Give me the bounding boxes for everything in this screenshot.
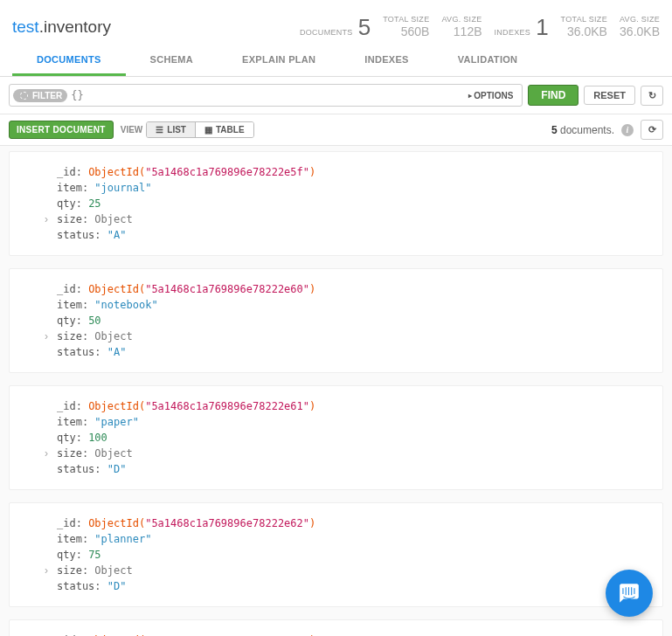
document-field: status: "A" — [57, 344, 650, 360]
history-icon: ↻ — [648, 90, 656, 100]
view-table-button[interactable]: ▦ TABLE — [195, 122, 253, 137]
document-field: item: "journal" — [57, 180, 650, 196]
header-stats: DOCUMENTS 5 TOTAL SIZE 560B AVG. SIZE 11… — [300, 16, 660, 38]
table-icon: ▦ — [204, 125, 212, 135]
filter-input-wrap: FILTER OPTIONS — [9, 84, 523, 107]
document-card[interactable]: _id: ObjectId("5a1468c1a769896e78222e60"… — [9, 268, 663, 373]
document-field: qty: 100 — [57, 430, 650, 446]
filter-bar: FILTER OPTIONS FIND RESET ↻ — [0, 77, 672, 114]
history-button[interactable]: ↻ — [641, 86, 663, 106]
document-list: _id: ObjectId("5a1468c1a769896e78222e5f"… — [0, 146, 672, 636]
document-field: qty: 25 — [57, 196, 650, 211]
tab-documents[interactable]: DOCUMENTS — [12, 45, 126, 76]
document-field: qty: 75 — [57, 547, 650, 563]
document-field: item: "planner" — [57, 531, 650, 547]
document-card[interactable]: _id: ObjectId("5a1468c1a769896e78222e5f"… — [9, 151, 663, 256]
document-card[interactable]: _id: ObjectId("5a1468c1a769896e78222e61"… — [9, 385, 663, 490]
tab-validation[interactable]: VALIDATION — [433, 45, 543, 76]
header: test.inventory DOCUMENTS 5 TOTAL SIZE 56… — [0, 0, 672, 45]
namespace: test.inventory — [12, 17, 111, 37]
document-field: qty: 50 — [57, 313, 650, 328]
document-field: _id: ObjectId("5a1468c1a769896e78222e60"… — [57, 281, 650, 297]
chat-icon — [618, 582, 641, 605]
view-list-button[interactable]: ☰ LIST — [147, 122, 195, 137]
stat-doc-total-size: TOTAL SIZE 560B — [383, 16, 429, 38]
tab-explain-plan[interactable]: EXPLAIN PLAN — [218, 45, 340, 76]
document-card[interactable]: _id: ObjectId("5a1468c1a769896e78222e63"… — [9, 619, 663, 636]
document-field: _id: ObjectId("5a1468c1a769896e78222e63"… — [57, 633, 650, 636]
tab-indexes[interactable]: INDEXES — [340, 45, 433, 76]
refresh-button[interactable]: ⟳ — [641, 120, 663, 140]
document-card[interactable]: _id: ObjectId("5a1468c1a769896e78222e62"… — [9, 502, 663, 607]
document-count: 5 documents. — [551, 124, 614, 136]
document-field: item: "notebook" — [57, 297, 650, 313]
toolbar-right: 5 documents. i ⟳ — [551, 120, 663, 140]
document-field: status: "D" — [57, 578, 650, 594]
document-field: size: Object — [57, 563, 650, 578]
stat-idx-total-size: TOTAL SIZE 36.0KB — [561, 16, 607, 38]
info-icon[interactable]: i — [621, 124, 634, 136]
document-field: size: Object — [57, 211, 650, 227]
tab-schema[interactable]: SCHEMA — [126, 45, 218, 76]
view-toggle: ☰ LIST ▦ TABLE — [146, 121, 253, 138]
insert-document-button[interactable]: INSERT DOCUMENT — [9, 121, 114, 139]
document-field: size: Object — [57, 328, 650, 344]
filter-input[interactable] — [67, 89, 463, 101]
document-field: item: "paper" — [57, 414, 650, 430]
collection-name: .inventory — [39, 17, 111, 36]
document-field: _id: ObjectId("5a1468c1a769896e78222e62"… — [57, 515, 650, 531]
document-field: _id: ObjectId("5a1468c1a769896e78222e61"… — [57, 398, 650, 414]
collection-tabs: DOCUMENTS SCHEMA EXPLAIN PLAN INDEXES VA… — [0, 45, 672, 77]
view-label: VIEW — [121, 125, 143, 135]
stat-idx-avg-size: AVG. SIZE 36.0KB — [620, 16, 660, 38]
db-name: test — [12, 17, 39, 36]
document-field: status: "D" — [57, 461, 650, 477]
documents-toolbar: INSERT DOCUMENT VIEW ☰ LIST ▦ TABLE 5 do… — [0, 114, 672, 146]
document-field: size: Object — [57, 446, 650, 461]
options-button[interactable]: OPTIONS — [463, 88, 518, 103]
refresh-icon: ⟳ — [648, 124, 656, 135]
stat-doc-avg-size: AVG. SIZE 112B — [441, 16, 481, 38]
document-field: _id: ObjectId("5a1468c1a769896e78222e5f"… — [57, 164, 650, 180]
intercom-fab[interactable] — [606, 570, 653, 617]
document-field: status: "A" — [57, 227, 650, 243]
reset-button[interactable]: RESET — [584, 86, 635, 105]
find-button[interactable]: FIND — [528, 85, 578, 106]
stat-indexes: INDEXES 1 — [495, 16, 549, 38]
list-icon: ☰ — [156, 125, 163, 135]
filter-pill[interactable]: FILTER — [13, 89, 67, 102]
stat-documents: DOCUMENTS 5 — [300, 16, 371, 38]
